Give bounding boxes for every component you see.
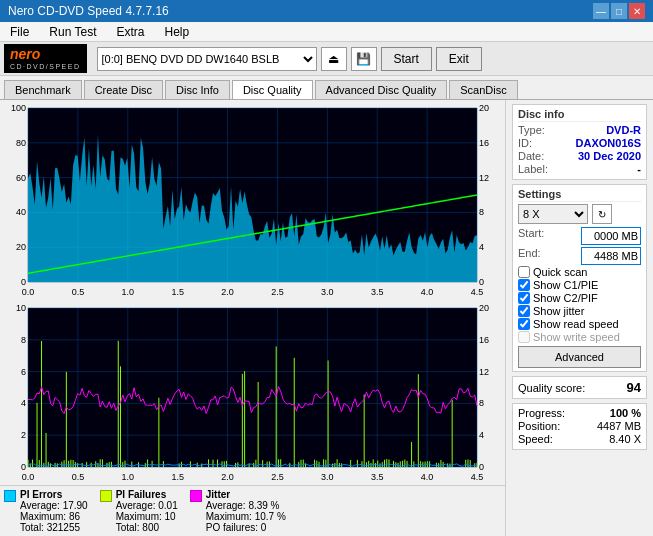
quality-label: Quality score: xyxy=(518,382,585,394)
disc-id-value: DAXON016S xyxy=(576,137,641,149)
end-mb-row: End: xyxy=(518,247,641,265)
pi-failures-avg: Average: 0.01 xyxy=(116,500,178,511)
disc-id-row: ID: DAXON016S xyxy=(518,137,641,149)
speed-label: Speed: xyxy=(518,433,553,445)
pi-errors-max: Maximum: 86 xyxy=(20,511,88,522)
jitter-max: Maximum: 10.7 % xyxy=(206,511,286,522)
nero-logo: nero CD·DVD/SPEED xyxy=(4,44,87,73)
charts-wrapper: PI Errors Average: 17.90 Maximum: 86 Tot… xyxy=(0,100,505,536)
po-failures: PO failures: 0 xyxy=(206,522,286,533)
show-write-row: Show write speed xyxy=(518,331,641,343)
pi-failures-total: Total: 800 xyxy=(116,522,178,533)
disc-label-label: Label: xyxy=(518,163,548,175)
start-mb-row: Start: xyxy=(518,227,641,245)
disc-type-row: Type: DVD-R xyxy=(518,124,641,136)
eject-icon-button[interactable]: ⏏ xyxy=(321,47,347,71)
menu-file[interactable]: File xyxy=(4,23,35,41)
toolbar: nero CD·DVD/SPEED [0:0] BENQ DVD DD DW16… xyxy=(0,42,653,76)
refresh-button[interactable]: ↻ xyxy=(592,204,612,224)
tab-disc-info[interactable]: Disc Info xyxy=(165,80,230,99)
show-jitter-checkbox[interactable] xyxy=(518,305,530,317)
start-mb-input[interactable] xyxy=(581,227,641,245)
speed-row: 8 X ↻ xyxy=(518,204,641,224)
main-content: PI Errors Average: 17.90 Maximum: 86 Tot… xyxy=(0,100,653,536)
quality-value: 94 xyxy=(627,380,641,395)
menu-extra[interactable]: Extra xyxy=(110,23,150,41)
speed-row: Speed: 8.40 X xyxy=(518,433,641,445)
legend-pi-failures: PI Failures Average: 0.01 Maximum: 10 To… xyxy=(100,489,178,533)
menu-help[interactable]: Help xyxy=(159,23,196,41)
show-read-checkbox[interactable] xyxy=(518,318,530,330)
settings-title: Settings xyxy=(518,188,641,202)
tab-scandisc[interactable]: ScanDisc xyxy=(449,80,517,99)
speed-select[interactable]: 8 X xyxy=(518,204,588,224)
show-write-checkbox[interactable] xyxy=(518,331,530,343)
quick-scan-checkbox[interactable] xyxy=(518,266,530,278)
show-write-label: Show write speed xyxy=(533,331,620,343)
show-c1-checkbox[interactable] xyxy=(518,279,530,291)
quality-section: Quality score: 94 xyxy=(512,376,647,399)
progress-value: 100 % xyxy=(610,407,641,419)
tab-disc-quality[interactable]: Disc Quality xyxy=(232,80,313,99)
start-mb-label: Start: xyxy=(518,227,544,245)
disc-date-row: Date: 30 Dec 2020 xyxy=(518,150,641,162)
pi-failures-max: Maximum: 10 xyxy=(116,511,178,522)
exit-button[interactable]: Exit xyxy=(436,47,482,71)
show-read-row: Show read speed xyxy=(518,318,641,330)
settings-section: Settings 8 X ↻ Start: End: Quick scan xyxy=(512,184,647,372)
menu-run-test[interactable]: Run Test xyxy=(43,23,102,41)
disc-date-value: 30 Dec 2020 xyxy=(578,150,641,162)
disc-label-value: - xyxy=(637,163,641,175)
pi-failures-color xyxy=(100,490,112,502)
tab-create-disc[interactable]: Create Disc xyxy=(84,80,163,99)
show-c2-row: Show C2/PIF xyxy=(518,292,641,304)
show-jitter-label: Show jitter xyxy=(533,305,584,317)
disc-info-section: Disc info Type: DVD-R ID: DAXON016S Date… xyxy=(512,104,647,180)
position-label: Position: xyxy=(518,420,560,432)
progress-section: Progress: 100 % Position: 4487 MB Speed:… xyxy=(512,403,647,450)
tab-benchmark[interactable]: Benchmark xyxy=(4,80,82,99)
disc-type-value: DVD-R xyxy=(606,124,641,136)
advanced-button[interactable]: Advanced xyxy=(518,346,641,368)
titlebar: Nero CD-DVD Speed 4.7.7.16 — □ ✕ xyxy=(0,0,653,22)
disc-type-label: Type: xyxy=(518,124,545,136)
quick-scan-row: Quick scan xyxy=(518,266,641,278)
show-c1-row: Show C1/PIE xyxy=(518,279,641,291)
pif-jitter-chart xyxy=(0,300,505,485)
position-value: 4487 MB xyxy=(597,420,641,432)
disc-id-label: ID: xyxy=(518,137,532,149)
pi-errors-avg: Average: 17.90 xyxy=(20,500,88,511)
pi-failures-label: PI Failures xyxy=(116,489,178,500)
pi-errors-chart xyxy=(0,100,505,300)
pi-errors-total: Total: 321255 xyxy=(20,522,88,533)
menubar: File Run Test Extra Help xyxy=(0,22,653,42)
app-title: Nero CD-DVD Speed 4.7.7.16 xyxy=(8,4,169,18)
end-mb-label: End: xyxy=(518,247,541,265)
disc-date-label: Date: xyxy=(518,150,544,162)
progress-label: Progress: xyxy=(518,407,565,419)
end-mb-input[interactable] xyxy=(581,247,641,265)
disc-info-title: Disc info xyxy=(518,108,641,122)
disc-label-row: Label: - xyxy=(518,163,641,175)
start-button[interactable]: Start xyxy=(381,47,432,71)
right-panel: Disc info Type: DVD-R ID: DAXON016S Date… xyxy=(505,100,653,536)
minimize-button[interactable]: — xyxy=(593,3,609,19)
show-c1-label: Show C1/PIE xyxy=(533,279,598,291)
pi-errors-label: PI Errors xyxy=(20,489,88,500)
show-c2-checkbox[interactable] xyxy=(518,292,530,304)
jitter-avg: Average: 8.39 % xyxy=(206,500,286,511)
jitter-label: Jitter xyxy=(206,489,286,500)
close-button[interactable]: ✕ xyxy=(629,3,645,19)
legend-pi-errors: PI Errors Average: 17.90 Maximum: 86 Tot… xyxy=(4,489,88,533)
drive-select[interactable]: [0:0] BENQ DVD DD DW1640 BSLB xyxy=(97,47,317,71)
show-c2-label: Show C2/PIF xyxy=(533,292,598,304)
tab-advanced-disc-quality[interactable]: Advanced Disc Quality xyxy=(315,80,448,99)
tabs: Benchmark Create Disc Disc Info Disc Qua… xyxy=(0,76,653,100)
pi-errors-color xyxy=(4,490,16,502)
save-icon-button[interactable]: 💾 xyxy=(351,47,377,71)
legend-jitter: Jitter Average: 8.39 % Maximum: 10.7 % P… xyxy=(190,489,286,533)
quick-scan-label: Quick scan xyxy=(533,266,587,278)
position-row: Position: 4487 MB xyxy=(518,420,641,432)
titlebar-title: Nero CD-DVD Speed 4.7.7.16 xyxy=(8,4,169,18)
maximize-button[interactable]: □ xyxy=(611,3,627,19)
